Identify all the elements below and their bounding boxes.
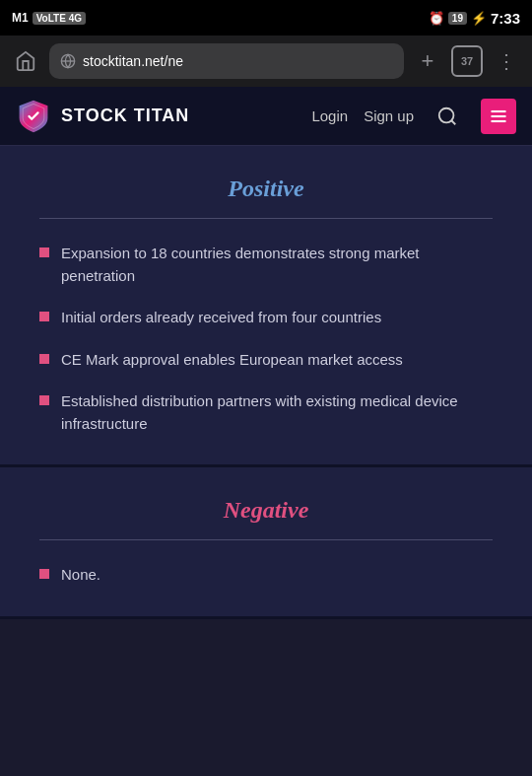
bullet-text: Initial orders already received from fou…: [61, 307, 381, 329]
lightning-icon: ⚡: [471, 11, 487, 26]
list-item: Initial orders already received from fou…: [39, 307, 493, 329]
bullet-text: None.: [61, 564, 100, 587]
positive-divider: [39, 218, 493, 219]
search-button[interactable]: [430, 99, 465, 134]
list-item: Established distribution partners with e…: [39, 390, 493, 435]
tabs-button[interactable]: 37: [451, 45, 483, 77]
logo-icon: [16, 99, 51, 134]
positive-section: Positive Expansion to 18 countries demon…: [0, 146, 532, 467]
site-nav: Login Sign up: [311, 99, 516, 134]
bullet-icon: [39, 354, 49, 364]
carrier-text: M1: [12, 11, 29, 25]
bullet-text: Established distribution partners with e…: [61, 390, 493, 435]
menu-button[interactable]: [481, 99, 516, 134]
content-area: Positive Expansion to 18 countries demon…: [0, 146, 532, 718]
site-logo[interactable]: STOCK TITAN: [16, 99, 189, 134]
more-menu-button[interactable]: ⋮: [491, 45, 522, 77]
browser-bar: stocktitan.net/ne + 37 ⋮: [0, 35, 532, 87]
positive-list: Expansion to 18 countries demonstrates s…: [39, 243, 493, 435]
login-link[interactable]: Login: [311, 107, 348, 124]
negative-divider: [39, 539, 493, 540]
bullet-text: CE Mark approval enables European market…: [61, 349, 403, 372]
list-item: CE Mark approval enables European market…: [39, 349, 493, 372]
security-icon: [59, 52, 77, 70]
url-bar[interactable]: stocktitan.net/ne: [49, 43, 404, 79]
url-text: stocktitan.net/ne: [83, 53, 394, 69]
negative-list: None.: [39, 564, 493, 587]
bullet-icon: [39, 247, 49, 257]
status-left: M1 VoLTE 4G: [12, 11, 86, 25]
positive-title: Positive: [39, 176, 493, 202]
negative-title: Negative: [39, 497, 493, 524]
list-item: Expansion to 18 countries demonstrates s…: [39, 243, 493, 287]
new-tab-button[interactable]: +: [412, 45, 443, 77]
site-header: STOCK TITAN Login Sign up: [0, 87, 532, 146]
battery-level: 19: [448, 12, 467, 25]
home-button[interactable]: [10, 45, 41, 77]
status-time: 7:33: [491, 10, 520, 27]
list-item: None.: [39, 564, 493, 587]
alarm-icon: ⏰: [429, 11, 444, 26]
logo-text: STOCK TITAN: [61, 106, 189, 126]
network-badge: VoLTE 4G: [33, 12, 86, 25]
bullet-icon: [39, 395, 49, 405]
negative-section: Negative None.: [0, 467, 532, 619]
svg-line-3: [451, 120, 455, 124]
bullet-text: Expansion to 18 countries demonstrates s…: [61, 243, 493, 287]
bullet-icon: [39, 569, 49, 579]
status-right: ⏰ 19 ⚡ 7:33: [429, 10, 520, 27]
svg-point-2: [439, 107, 454, 122]
signup-link[interactable]: Sign up: [364, 107, 414, 124]
bullet-icon: [39, 312, 49, 321]
status-bar: M1 VoLTE 4G ⏰ 19 ⚡ 7:33: [0, 0, 532, 35]
